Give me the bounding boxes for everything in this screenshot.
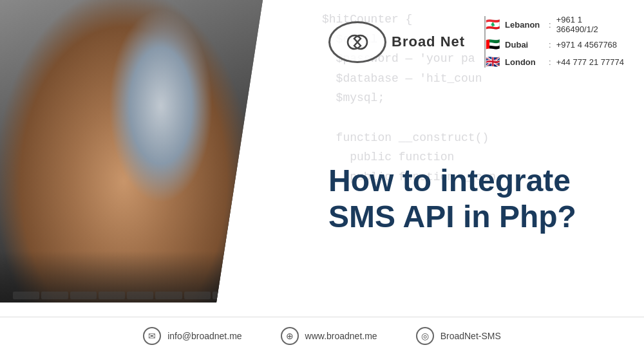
footer-email: ✉ info@broadnet.me (143, 327, 242, 345)
header: Broad Net 🇱🇧 Lebanon : +961 1 366490/1/2 (309, 0, 644, 77)
right-panel: $hitCounter { $email $password — 'your p… (309, 0, 644, 317)
footer-website: ⊕ www.broadnet.me (281, 327, 377, 345)
contact-lebanon-label: Lebanon (505, 20, 544, 30)
social-icon: ◎ (416, 327, 434, 345)
footer-social-text: BroadNet-SMS (440, 331, 501, 341)
heading-line1: How to integrate (328, 163, 625, 198)
email-icon: ✉ (143, 327, 161, 345)
main-area: $hitCounter { $email $password — 'your p… (0, 0, 644, 317)
footer-website-text: www.broadnet.me (305, 331, 377, 341)
flag-uk-icon: 🇬🇧 (486, 55, 500, 69)
logo-circle (328, 21, 386, 63)
contact-lebanon-sep: : (549, 20, 551, 30)
footer-email-text: info@broadnet.me (167, 331, 242, 341)
contact-dubai-label: Dubai (505, 40, 544, 50)
website-icon: ⊕ (281, 327, 299, 345)
contact-dubai-sep: : (549, 40, 551, 50)
contact-lebanon: 🇱🇧 Lebanon : +961 1 366490/1/2 (486, 15, 625, 34)
footer: ✉ info@broadnet.me ⊕ www.broadnet.me ◎ B… (0, 317, 644, 354)
contact-london: 🇬🇧 London : +44 777 21 77774 (486, 55, 625, 69)
contact-lebanon-number: +961 1 366490/1/2 (556, 15, 625, 34)
contact-dubai-number: +971 4 4567768 (556, 40, 617, 50)
hero-photo (0, 0, 309, 303)
infinity-icon (339, 31, 376, 53)
logo-text: Broad Net (392, 33, 465, 50)
logo-area: Broad Net (309, 16, 484, 68)
brand-name: Broad Net (392, 33, 465, 50)
flag-lebanon-icon: 🇱🇧 (486, 17, 500, 32)
flag-uae-icon: 🇦🇪 (486, 37, 500, 51)
main-heading-area: How to integrate SMS API in Php? (309, 77, 644, 317)
contact-dubai: 🇦🇪 Dubai : +971 4 4567768 (486, 37, 625, 51)
page-container: $hitCounter { $email $password — 'your p… (0, 0, 644, 354)
contact-london-number: +44 777 21 77774 (556, 57, 624, 67)
footer-social: ◎ BroadNet-SMS (416, 327, 501, 345)
contact-london-label: London (505, 57, 544, 67)
heading-line2: SMS API in Php? (328, 199, 625, 234)
contact-info: 🇱🇧 Lebanon : +961 1 366490/1/2 🇦🇪 Dubai … (486, 15, 631, 69)
contact-london-sep: : (549, 57, 551, 67)
